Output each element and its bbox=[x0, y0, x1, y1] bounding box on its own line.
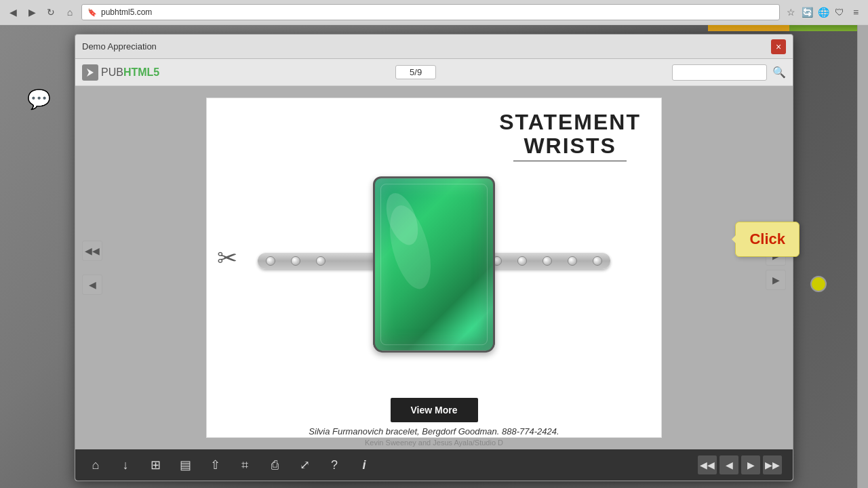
top-diamonds bbox=[375, 176, 493, 178]
next-page-nav-button[interactable]: ▶ bbox=[741, 455, 760, 474]
logo-pub-text: PUB bbox=[101, 66, 123, 78]
diamond-2 bbox=[291, 256, 300, 266]
next-last-button[interactable]: ▶ bbox=[766, 270, 786, 290]
url-text: pubhtml5.com bbox=[101, 7, 152, 17]
side-nav-left: ◀◀ ◀ bbox=[75, 86, 109, 449]
reload-button[interactable]: ↻ bbox=[43, 5, 58, 20]
modal-dialog: Demo Appreciation × PUBHTML5 5/9 🔍 bbox=[75, 34, 793, 481]
back-button[interactable]: ◀ bbox=[5, 5, 20, 20]
bottom-nav-buttons: ◀◀ ◀ ▶ ▶▶ bbox=[698, 455, 782, 474]
side-nav-right: ▶ ▶ bbox=[759, 86, 793, 449]
first-page-button[interactable]: ◀◀ bbox=[698, 455, 717, 474]
view-more-button[interactable]: View More bbox=[391, 398, 478, 422]
caption-main: Silvia Furmanovich bracelet, Bergdorf Go… bbox=[309, 426, 559, 436]
print-tool-button[interactable]: ⎙ bbox=[265, 455, 284, 474]
left-ornament: ✂ bbox=[217, 244, 237, 272]
caption-credit: Kevin Sweeney and Jesus Ayala/Studio D bbox=[365, 439, 503, 447]
tool-buttons: ⌂ ↓ ⊞ ▤ ⇧ ⌗ ⎙ ⤢ ? i bbox=[86, 455, 374, 474]
page-inner: STATEMENT WRISTS bbox=[207, 98, 661, 453]
home-nav-button[interactable]: ⌂ bbox=[62, 5, 77, 20]
info-tool-button[interactable]: i bbox=[355, 455, 374, 474]
green-strip bbox=[789, 24, 857, 31]
logo-area: PUBHTML5 bbox=[82, 64, 159, 81]
prev-page-nav-button[interactable]: ◀ bbox=[719, 455, 738, 474]
emerald-facet bbox=[380, 184, 488, 345]
logo-html5-text: HTML5 bbox=[123, 66, 159, 78]
logo-text: PUBHTML5 bbox=[101, 66, 159, 79]
share-tool-button[interactable]: ⇧ bbox=[205, 455, 224, 474]
chat-icon: 💬 bbox=[27, 88, 51, 110]
address-bar[interactable]: 🔖 pubhtml5.com bbox=[81, 4, 780, 20]
diamond-8 bbox=[593, 256, 602, 266]
diamond-7 bbox=[568, 256, 577, 266]
logo-icon bbox=[82, 64, 98, 81]
extension2-button[interactable]: 🌐 bbox=[816, 5, 830, 19]
search-button[interactable]: 🔍 bbox=[772, 66, 786, 79]
expand-tool-button[interactable]: ⤢ bbox=[295, 455, 314, 474]
prev-page-button[interactable]: ◀ bbox=[82, 274, 102, 295]
scrollbar[interactable] bbox=[857, 0, 868, 488]
diamond-5 bbox=[517, 256, 527, 266]
click-tooltip[interactable]: Click bbox=[735, 222, 800, 257]
gold-strip bbox=[708, 24, 789, 31]
help-tool-button[interactable]: ? bbox=[325, 455, 344, 474]
cursor-indicator bbox=[810, 276, 827, 292]
bottom-toolbar: ⌂ ↓ ⊞ ▤ ⇧ ⌗ ⎙ ⤢ ? i ◀◀ ◀ ▶ ▶▶ bbox=[75, 449, 793, 481]
page-frame: STATEMENT WRISTS bbox=[206, 98, 662, 438]
download-tool-button[interactable]: ↓ bbox=[116, 455, 135, 474]
modal-title: Demo Appreciation bbox=[82, 41, 157, 52]
modal-close-button[interactable]: × bbox=[771, 39, 786, 54]
last-page-button[interactable]: ▶▶ bbox=[763, 455, 782, 474]
modal-toolbar: PUBHTML5 5/9 🔍 bbox=[75, 59, 793, 86]
forward-button[interactable]: ▶ bbox=[24, 5, 39, 20]
menu-button[interactable]: ≡ bbox=[849, 5, 863, 19]
layout-tool-button[interactable]: ▤ bbox=[176, 455, 195, 474]
lock-icon: 🔖 bbox=[87, 8, 97, 17]
extension3-button[interactable]: 🛡 bbox=[833, 5, 846, 19]
grid-tool-button[interactable]: ⊞ bbox=[146, 455, 165, 474]
diamond-1 bbox=[266, 256, 275, 266]
diamond-6 bbox=[542, 256, 552, 266]
search-input[interactable] bbox=[672, 64, 767, 81]
star-button[interactable]: ☆ bbox=[784, 5, 797, 19]
extension1-button[interactable]: 🔄 bbox=[800, 5, 814, 19]
page-indicator[interactable]: 5/9 bbox=[395, 65, 436, 79]
heading-line1: STATEMENT bbox=[499, 110, 641, 134]
modal-content: ◀◀ ◀ STATEMENT WRISTS bbox=[75, 86, 793, 449]
click-label: Click bbox=[749, 230, 785, 247]
diamond-3 bbox=[316, 256, 326, 266]
bookmark-tool-button[interactable]: ⌗ bbox=[235, 455, 254, 474]
home-tool-button[interactable]: ⌂ bbox=[86, 455, 105, 474]
jewelry-area: ✂ bbox=[264, 132, 604, 390]
modal-titlebar: Demo Appreciation × bbox=[75, 35, 793, 59]
prev-first-button[interactable]: ◀◀ bbox=[82, 241, 102, 261]
emerald-gemstone bbox=[373, 176, 495, 352]
